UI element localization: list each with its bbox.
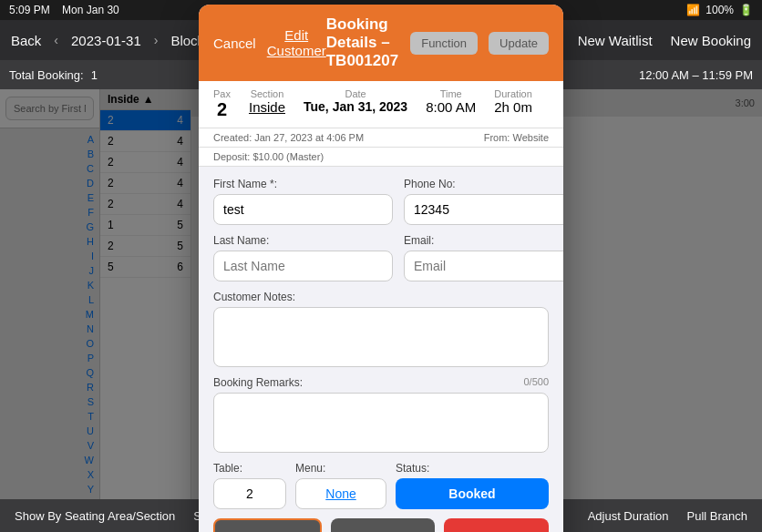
email-label: Email: (404, 234, 563, 247)
section-value: Inside (249, 99, 285, 115)
phone-group: Phone No: (404, 178, 563, 225)
status-time: 5:09 PM Mon Jan 30 (9, 4, 119, 16)
duration-value: 2h 0m (494, 99, 532, 115)
status-group: Status: Booked (396, 462, 549, 509)
customer-notes-input[interactable] (213, 307, 549, 367)
first-name-input[interactable] (213, 194, 393, 225)
table-input[interactable] (213, 478, 286, 509)
modal-body: First Name *: Phone No: Last Name: Email (199, 167, 563, 532)
modal-header: Cancel Edit Customer Booking Details – T… (199, 5, 563, 81)
show-by-button[interactable]: Show By Seating Area/Section (15, 509, 175, 523)
source-meta: From: Website (484, 132, 549, 143)
booking-info-row: Pax 2 Section Inside Date Tue, Jan 31, 2… (199, 81, 563, 128)
last-name-input[interactable] (213, 251, 393, 281)
time-label-info: Time (426, 88, 476, 99)
new-waitlist-link[interactable]: New Waitlist (578, 33, 653, 48)
adjust-duration-button[interactable]: Adjust Duration (588, 509, 669, 523)
action-row: View Bill (POS000041) Move Booking End B… (213, 518, 549, 532)
nav-arrow-right: › (154, 33, 159, 47)
new-booking-link[interactable]: New Booking (671, 33, 751, 48)
duration-cell: Duration 2h 0m (494, 88, 532, 120)
pax-label: Pax (213, 88, 231, 99)
edit-customer-button[interactable]: Edit Customer (267, 27, 326, 58)
time-value: 8:00 AM (426, 99, 476, 115)
first-name-group: First Name *: (213, 178, 393, 225)
modal-title: Booking Details – TB001207 (326, 15, 410, 70)
last-email-row: Last Name: Email: (213, 234, 549, 281)
time-cell: Time 8:00 AM (426, 88, 476, 120)
created-meta: Created: Jan 27, 2023 at 4:06 PM (213, 132, 364, 143)
booking-remarks-label: Booking Remarks: (213, 376, 303, 389)
menu-label-form: Menu: (295, 462, 386, 475)
menu-group: Menu: (295, 462, 386, 509)
date-cell: Date Tue, Jan 31, 2023 (304, 88, 407, 120)
total-booking-count: 1 (91, 68, 98, 82)
deposit-row: Deposit: $10.00 (Master) (199, 148, 563, 167)
last-name-label: Last Name: (213, 234, 393, 247)
char-count: 0/500 (523, 376, 549, 391)
status-label-form: Status: (396, 462, 549, 475)
first-name-label: First Name *: (213, 178, 393, 190)
nav-arrow-left: ‹ (54, 33, 58, 47)
menu-input[interactable] (295, 478, 386, 509)
battery-icon: 🔋 (739, 4, 753, 16)
pax-value: 2 (213, 99, 231, 120)
modal-cancel-button[interactable]: Cancel (213, 36, 256, 51)
email-group: Email: (404, 234, 563, 281)
date-label-info: Date (304, 88, 407, 99)
battery-label: 100% (705, 4, 734, 16)
function-button[interactable]: Function (410, 32, 478, 55)
main-content: ABCDEFGHIJKLMNOPQRSTUVWXYZ# Inside ▲ 242… (0, 89, 762, 499)
pull-branch-button[interactable]: Pull Branch (687, 509, 747, 523)
table-group: Table: (213, 462, 286, 509)
status-button[interactable]: Booked (396, 478, 549, 509)
booking-remarks-group: Booking Remarks: 0/500 (213, 376, 549, 453)
customer-notes-group: Customer Notes: (213, 291, 549, 367)
end-booking-button[interactable]: End Booking (444, 518, 549, 532)
back-button[interactable]: Back (11, 33, 41, 48)
wifi-icon: 📶 (686, 4, 700, 16)
update-button[interactable]: Update (489, 32, 549, 55)
table-menu-status-row: Table: Menu: Status: Booked (213, 462, 549, 509)
phone-input[interactable] (404, 194, 563, 225)
deposit-meta: Deposit: $10.00 (Master) (213, 151, 324, 162)
date-label[interactable]: 2023-01-31 (71, 33, 141, 48)
section-cell: Section Inside (249, 88, 285, 120)
table-label-form: Table: (213, 462, 286, 475)
pax-cell: Pax 2 (213, 88, 231, 120)
view-bill-button[interactable]: View Bill (POS000041) (213, 518, 322, 532)
name-row: First Name *: Phone No: (213, 178, 549, 225)
booking-details-modal: Cancel Edit Customer Booking Details – T… (199, 5, 563, 532)
customer-notes-label: Customer Notes: (213, 291, 549, 303)
section-label-info: Section (249, 88, 285, 99)
phone-label: Phone No: (404, 178, 563, 190)
modal-overlay: Cancel Edit Customer Booking Details – T… (0, 89, 762, 499)
email-input[interactable] (404, 251, 563, 281)
booking-remarks-input[interactable] (213, 393, 549, 453)
move-booking-button[interactable]: Move Booking (331, 518, 436, 532)
date-value: Tue, Jan 31, 2023 (304, 99, 407, 114)
total-booking-label: Total Booking: (9, 68, 84, 82)
time-range-label: 12:00 AM – 11:59 PM (639, 68, 753, 82)
last-name-group: Last Name: (213, 234, 393, 281)
meta-row: Created: Jan 27, 2023 at 4:06 PM From: W… (199, 128, 563, 148)
duration-label-info: Duration (494, 88, 532, 99)
